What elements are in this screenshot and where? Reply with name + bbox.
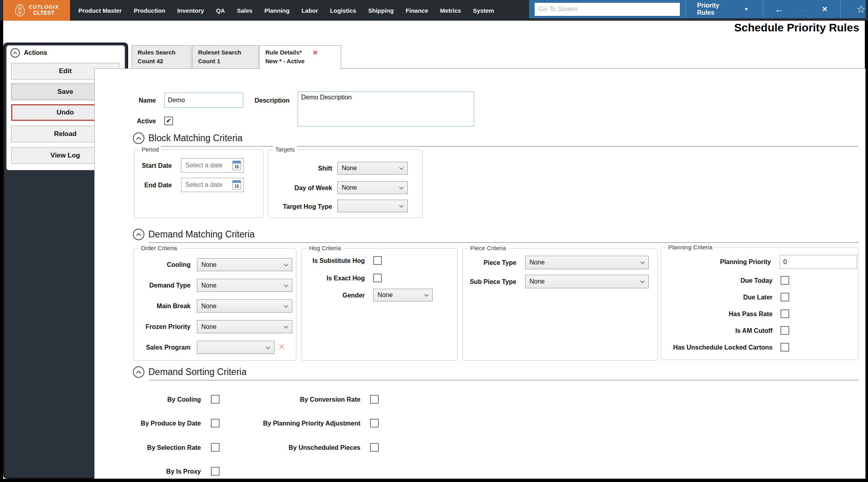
navigation-toolbar: Priority Rules ▼ ← → × ☆ [529, 0, 866, 18]
brand-logo: CUTLOGIX CLTEST [3, 0, 70, 21]
is-am-cutoff-label: Is AM Cutoff [664, 327, 773, 334]
demand-type-label: Demand Type [135, 282, 191, 289]
close-screen-icon[interactable]: × [822, 4, 827, 14]
is-substitute-hog-checkbox[interactable]: ✔ [373, 256, 382, 265]
chevron-down-icon [284, 284, 288, 287]
active-label: Active [119, 118, 156, 125]
day-of-week-select[interactable]: None [337, 181, 408, 194]
tab-rules-search[interactable]: Rules Search Count 42 [132, 45, 191, 69]
gender-select[interactable]: None [373, 289, 433, 301]
back-arrow-icon[interactable]: ← [775, 4, 784, 14]
collapse-icon[interactable] [133, 366, 144, 378]
by-conversion-rate-label: By Conversion Rate [255, 396, 360, 403]
menu-labor[interactable]: Labor [296, 7, 324, 14]
has-unschedule-locked-cartons-checkbox[interactable]: ✔ [780, 343, 789, 352]
demand-type-select[interactable]: None [197, 279, 292, 292]
piece-criteria-legend: Piece Criteria [468, 245, 508, 251]
start-date-input[interactable]: Select a date 15 [181, 158, 244, 173]
main-break-select-value: None [201, 303, 216, 310]
by-is-proxy-checkbox[interactable]: ✔ [211, 467, 220, 476]
forward-arrow-icon[interactable]: → [798, 4, 808, 14]
day-of-week-label: Day of Week [276, 185, 332, 192]
gender-label: Gender [305, 292, 365, 299]
main-menu: Product Master Production Inventory QA S… [72, 0, 500, 21]
chevron-down-icon [424, 294, 429, 297]
page-title: Schedule Priority Rules [734, 21, 859, 34]
section-title: Demand Sorting Criteria [148, 367, 247, 377]
main-break-select[interactable]: None [197, 299, 292, 313]
shift-select[interactable]: None [337, 162, 408, 175]
collapse-icon[interactable] [10, 48, 20, 58]
end-date-input[interactable]: Select a date 15 [181, 178, 244, 192]
menu-metrics[interactable]: Metrics [434, 7, 467, 14]
menu-qa[interactable]: QA [210, 7, 231, 14]
app-window: CUTLOGIX CLTEST Product Master Productio… [0, 0, 868, 482]
menu-finance[interactable]: Finance [400, 7, 434, 14]
by-planning-priority-adjustment-label: By Planning Priority Adjustment [255, 420, 360, 427]
chevron-down-icon [399, 205, 404, 208]
collapse-icon[interactable] [133, 229, 144, 240]
shift-label: Shift [276, 165, 332, 172]
go-to-screen-input[interactable] [535, 3, 680, 16]
menu-production[interactable]: Production [128, 7, 171, 14]
has-pass-rate-checkbox[interactable]: ✔ [780, 309, 789, 318]
frozen-priority-select[interactable]: None [197, 320, 292, 333]
cooling-select[interactable]: None [197, 258, 292, 271]
target-hog-type-select[interactable] [337, 200, 408, 212]
by-selection-rate-checkbox[interactable]: ✔ [211, 443, 220, 452]
by-produce-by-date-checkbox[interactable]: ✔ [211, 419, 220, 428]
brain-logo-icon [14, 4, 25, 17]
is-exact-hog-checkbox[interactable]: ✔ [373, 274, 382, 282]
tab-rule-details[interactable]: Rule Details* × New * - Active [259, 45, 341, 70]
menu-sales[interactable]: Sales [231, 7, 258, 14]
hog-criteria-legend: Hog Criteria [307, 245, 343, 251]
due-later-label: Due Later [664, 294, 773, 301]
tab-ruleset-search[interactable]: Ruleset Search Count 1 [192, 45, 259, 69]
sales-program-select[interactable] [197, 341, 274, 354]
menu-inventory[interactable]: Inventory [171, 7, 210, 14]
is-substitute-hog-label: Is Substitute Hog [305, 257, 365, 264]
calendar-icon[interactable]: 15 [232, 161, 241, 170]
name-input[interactable] [164, 93, 243, 108]
section-divider [149, 242, 858, 243]
by-planning-priority-adjustment-checkbox[interactable]: ✔ [370, 419, 379, 428]
menu-system[interactable]: System [467, 7, 500, 14]
chevron-down-icon [284, 305, 288, 308]
start-date-label: Start Date [131, 162, 172, 169]
main-break-label: Main Break [135, 303, 191, 310]
calendar-icon[interactable]: 15 [232, 180, 241, 190]
by-produce-by-date-label: By Produce by Date [121, 420, 201, 427]
gender-select-value: None [378, 292, 393, 299]
chevron-down-icon [399, 187, 404, 189]
frozen-priority-label: Frozen Priority [135, 323, 191, 330]
menu-planning[interactable]: Planning [259, 7, 296, 14]
due-later-checkbox[interactable]: ✔ [780, 293, 789, 301]
by-unscheduled-pieces-checkbox[interactable]: ✔ [370, 443, 379, 452]
is-am-cutoff-checkbox[interactable]: ✔ [780, 326, 789, 335]
menu-logistics[interactable]: Logistics [324, 7, 362, 14]
end-date-label: End Date [131, 182, 172, 189]
brand-environment: CLTEST [33, 10, 54, 16]
sub-piece-type-select[interactable]: None [525, 275, 649, 288]
collapse-icon[interactable] [133, 132, 144, 144]
screen-selector-dropdown[interactable]: Priority Rules ▼ [688, 2, 757, 16]
due-today-label: Due Today [664, 277, 773, 284]
chevron-down-icon: ▼ [744, 6, 749, 12]
menu-shipping[interactable]: Shipping [362, 7, 399, 14]
due-today-checkbox[interactable]: ✔ [780, 276, 789, 285]
planning-priority-input[interactable] [780, 255, 857, 269]
hog-criteria-groupbox: Hog Criteria [302, 248, 457, 361]
by-conversion-rate-checkbox[interactable]: ✔ [370, 395, 379, 404]
favorite-star-icon[interactable]: ☆ [856, 3, 866, 16]
section-divider [149, 146, 858, 147]
menu-product-master[interactable]: Product Master [72, 7, 128, 14]
tab-close-icon[interactable]: × [313, 49, 318, 56]
active-checkbox[interactable]: ✔ [164, 117, 173, 125]
description-input[interactable]: Demo Description [298, 91, 474, 126]
chevron-down-icon [399, 167, 404, 170]
piece-type-select[interactable]: None [525, 256, 649, 269]
targets-legend: Targets [273, 146, 297, 153]
day-of-week-select-value: None [342, 184, 357, 191]
by-cooling-checkbox[interactable]: ✔ [211, 395, 220, 404]
clear-sales-program-icon[interactable]: × [278, 342, 285, 352]
